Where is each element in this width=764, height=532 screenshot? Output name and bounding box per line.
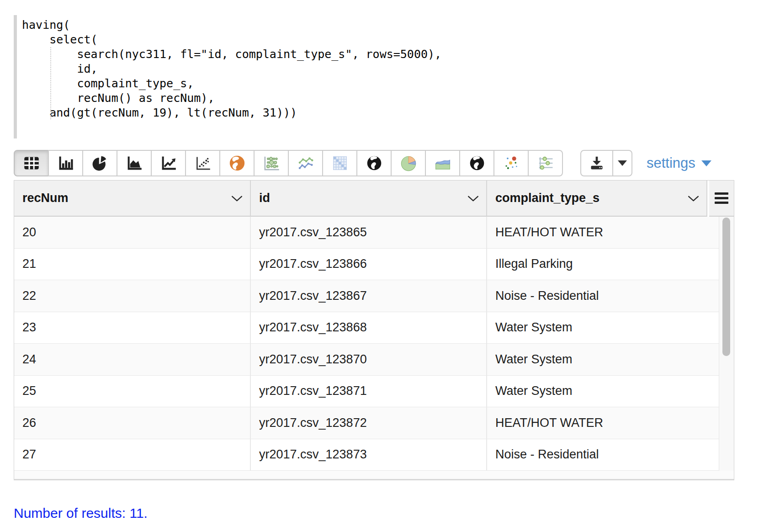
area-chart-button[interactable] [117, 150, 152, 176]
area-chart-color-button[interactable] [425, 150, 460, 176]
cell-id: yr2017.csv_123871 [251, 376, 487, 407]
column-header-complaint-type[interactable]: complaint_type_s [487, 181, 707, 217]
download-icon [589, 155, 605, 171]
table-row: 24 yr2017.csv_123870 Water System [14, 344, 734, 376]
settings-caret-down-icon [701, 160, 711, 166]
cell-id: yr2017.csv_123867 [251, 280, 487, 312]
code-text[interactable]: having( select( search(nyc311, fl="id, c… [22, 18, 740, 120]
scatter-color-icon [503, 154, 520, 172]
cell-complaint-type: HEAT/HOT WATER [487, 407, 718, 439]
hamburger-icon [715, 192, 728, 195]
cell-recnum: 22 [14, 280, 251, 312]
scatter-plot-icon [195, 155, 211, 171]
table-row: 25 yr2017.csv_123871 Water System [14, 376, 734, 408]
column-header-label: id [259, 191, 270, 205]
heatmap-icon [331, 154, 349, 172]
bubble-matrix-button[interactable] [254, 150, 289, 176]
table-row: 27 yr2017.csv_123873 Noise - Residential [14, 439, 734, 471]
table-row: 23 yr2017.csv_123868 Water System [14, 312, 734, 344]
column-header-id[interactable]: id [251, 181, 487, 217]
results-table: recNum id complaint_type_s 20 yr2017.csv… [14, 180, 734, 480]
bar-chart-button[interactable] [48, 150, 83, 176]
visualization-toolbar: settings [14, 150, 563, 176]
cell-id: yr2017.csv_123868 [251, 312, 487, 344]
scrollbar-thumb[interactable] [722, 218, 730, 356]
indent-guide [50, 47, 51, 119]
table-icon [23, 155, 40, 171]
column-header-label: recNum [22, 191, 69, 205]
multi-line-chart-button[interactable] [288, 150, 323, 176]
settings-dropdown[interactable]: settings [647, 150, 711, 176]
cell-recnum: 25 [14, 376, 251, 407]
cell-recnum: 21 [14, 249, 251, 280]
cell-id: yr2017.csv_123872 [251, 407, 487, 439]
scatter-color-button[interactable] [493, 150, 529, 176]
cell-complaint-type: Water System [487, 312, 718, 344]
area-chart-color-icon [434, 154, 451, 172]
globe-orange-icon [228, 154, 246, 172]
globe-dark-2-button[interactable] [459, 150, 494, 176]
code-editor[interactable]: having( select( search(nyc311, fl="id, c… [14, 15, 740, 138]
cell-recnum: 20 [14, 217, 251, 248]
column-header-recnum[interactable]: recNum [14, 181, 251, 217]
chevron-down-icon[interactable] [231, 191, 243, 205]
pie-chart-button[interactable] [82, 150, 117, 176]
pie-chart-color-button[interactable] [391, 150, 426, 176]
multi-line-chart-icon [297, 154, 314, 172]
table-button[interactable] [14, 150, 49, 176]
column-header-label: complaint_type_s [495, 191, 600, 205]
chevron-down-icon[interactable] [467, 191, 479, 205]
bubble-matrix-icon [263, 154, 280, 172]
globe-dark-2-icon [469, 155, 485, 171]
table-row: 26 yr2017.csv_123872 HEAT/HOT WATER [14, 407, 734, 439]
cell-complaint-type: HEAT/HOT WATER [487, 217, 718, 248]
cell-id: yr2017.csv_123865 [251, 217, 487, 248]
results-count: Number of results: 11. [14, 505, 148, 521]
cell-id: yr2017.csv_123870 [251, 344, 487, 375]
pie-chart-icon [92, 155, 108, 171]
pie-chart-color-icon [400, 154, 417, 172]
cell-complaint-type: Noise - Residential [487, 280, 718, 312]
settings-label: settings [647, 155, 695, 171]
cell-recnum: 23 [14, 312, 251, 344]
table-row: 20 yr2017.csv_123865 HEAT/HOT WATER [14, 217, 734, 249]
heatmap-button[interactable] [322, 150, 357, 176]
cell-recnum: 27 [14, 439, 251, 471]
cell-id: yr2017.csv_123866 [251, 249, 487, 280]
cell-complaint-type: Illegal Parking [487, 249, 718, 280]
cell-complaint-type: Noise - Residential [487, 439, 718, 471]
download-options-button[interactable] [612, 150, 632, 176]
vertical-scrollbar[interactable] [719, 217, 734, 471]
table-header-row: recNum id complaint_type_s [14, 181, 734, 217]
globe-dark-button[interactable] [356, 150, 392, 176]
scatter-plot-button[interactable] [185, 150, 220, 176]
table-row: 22 yr2017.csv_123867 Noise - Residential [14, 280, 734, 312]
chart-type-button-group [14, 150, 563, 176]
area-chart-icon [126, 155, 143, 171]
download-button[interactable] [580, 150, 613, 176]
chevron-down-icon[interactable] [688, 191, 699, 205]
parallel-sliders-icon [537, 154, 554, 172]
table-menu-button[interactable] [709, 181, 734, 217]
line-chart-button[interactable] [151, 150, 186, 176]
table-row: 21 yr2017.csv_123866 Illegal Parking [14, 249, 734, 281]
cell-complaint-type: Water System [487, 376, 718, 407]
cell-complaint-type: Water System [487, 344, 718, 375]
download-button-group [580, 150, 632, 176]
cell-recnum: 24 [14, 344, 251, 375]
table-body: 20 yr2017.csv_123865 HEAT/HOT WATER 21 y… [14, 217, 734, 479]
cell-id: yr2017.csv_123873 [251, 439, 487, 471]
caret-down-icon [618, 160, 627, 166]
table-bottom-strip [14, 471, 734, 479]
cell-recnum: 26 [14, 407, 251, 439]
parallel-sliders-button[interactable] [528, 150, 563, 176]
bar-chart-icon [58, 155, 74, 171]
line-chart-icon [160, 155, 177, 171]
globe-orange-button[interactable] [219, 150, 255, 176]
globe-dark-icon [366, 155, 382, 171]
